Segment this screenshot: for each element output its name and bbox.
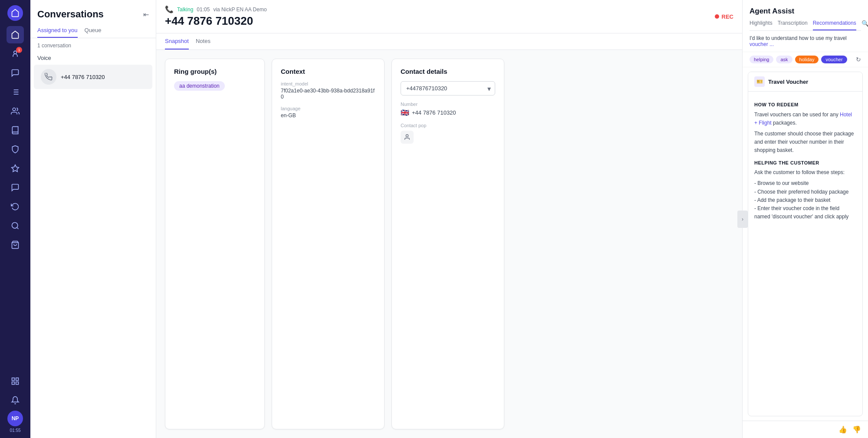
context-language-value: en-GB xyxy=(281,112,375,119)
conversation-avatar xyxy=(41,69,56,85)
travel-voucher-icon: 🎫 xyxy=(754,76,765,87)
sidebar-item-chat[interactable] xyxy=(7,64,24,82)
helping-text: Ask the customer to follow these steps: xyxy=(754,168,856,177)
sidebar-item-alert[interactable] xyxy=(7,217,24,234)
contact-details-title: Contact details xyxy=(401,68,495,75)
talking-label: Talking xyxy=(177,7,193,13)
context-intent-value: 7f02a1e0-ae30-43bb-938a-bdd2318a91f0 xyxy=(281,88,375,100)
conversations-panel: Conversations ⇤ Assigned to you Queue 1 … xyxy=(30,0,156,438)
ring-group-title: Ring group(s) xyxy=(174,68,256,75)
agent-assist-panel: › Agent Assist Highlights Transcription … xyxy=(742,0,868,438)
sidebar-item-grid[interactable] xyxy=(7,372,24,390)
agent-badge: 1 xyxy=(16,47,22,53)
aa-query: I'd like to understand how to use my tra… xyxy=(743,31,868,52)
refresh-icon[interactable]: ↻ xyxy=(856,56,861,63)
svg-point-9 xyxy=(12,223,18,228)
conversation-item[interactable]: +44 7876 710320 xyxy=(34,65,152,89)
aa-card-title: Travel Voucher xyxy=(768,79,808,85)
context-card: Context intent_model 7f02a1e0-ae30-43bb-… xyxy=(272,59,385,429)
how-to-redeem-text3: The customer should choose their package… xyxy=(754,130,856,155)
contact-number-label: Number xyxy=(401,102,495,107)
sidebar-item-speech[interactable] xyxy=(7,179,24,196)
tab-assigned[interactable]: Assigned to you xyxy=(37,23,78,38)
chip-helping[interactable]: helping xyxy=(750,56,773,63)
chip-voucher[interactable]: voucher xyxy=(821,56,847,63)
helping-heading: HELPING THE CUSTOMER xyxy=(754,159,856,167)
context-language-label: language xyxy=(281,106,375,111)
step-4: - Enter their voucher code in the field … xyxy=(754,204,856,221)
call-phone-number: +44 7876 710320 xyxy=(165,14,267,28)
svg-marker-8 xyxy=(12,165,19,172)
svg-line-10 xyxy=(17,227,19,229)
step-3: - Add the package to their basket xyxy=(754,196,856,204)
sidebar-item-agent[interactable]: 1 xyxy=(7,45,24,63)
sidebar-item-contacts[interactable] xyxy=(7,102,24,120)
aa-footer: 👍 👎 xyxy=(743,421,868,438)
aa-header: Agent Assist Highlights Transcription Re… xyxy=(743,0,868,31)
rec-label: REC xyxy=(722,13,733,20)
rec-dot xyxy=(715,14,719,19)
contact-pop-label: Contact pop xyxy=(401,123,495,128)
chip-ask[interactable]: ask xyxy=(776,56,792,63)
context-language-field: language en-GB xyxy=(281,106,375,119)
sidebar: 1 xyxy=(0,0,30,438)
sidebar-logo xyxy=(7,5,23,21)
sidebar-item-refresh[interactable] xyxy=(7,198,24,215)
main-content: 📞 Talking 01:05 via NickP EN AA Demo +44… xyxy=(156,0,742,438)
sidebar-item-star[interactable] xyxy=(7,160,24,177)
sidebar-item-book[interactable] xyxy=(7,122,24,139)
collapse-button[interactable]: ⇤ xyxy=(143,10,149,19)
svg-point-16 xyxy=(406,135,408,137)
ring-group-card: Ring group(s) aa demonstration xyxy=(165,59,265,429)
step-1: - Browse to our website xyxy=(754,179,856,188)
context-intent-label: intent_model xyxy=(281,81,375,86)
via-label: via NickP EN AA Demo xyxy=(213,7,266,13)
tab-queue[interactable]: Queue xyxy=(85,23,102,38)
tab-highlights[interactable]: Highlights xyxy=(750,20,773,30)
sidebar-item-list[interactable] xyxy=(7,83,24,101)
context-title: Context xyxy=(281,68,375,75)
contact-number-row: 🇬🇧 +44 7876 710320 xyxy=(401,109,495,117)
svg-rect-12 xyxy=(12,378,15,381)
thumbs-down-button[interactable]: 👎 xyxy=(852,425,861,434)
user-avatar[interactable]: NP xyxy=(7,411,23,426)
aa-card-body: HOW TO REDEEM Travel vouchers can be use… xyxy=(748,92,862,226)
rec-badge: REC xyxy=(715,13,733,20)
svg-rect-15 xyxy=(12,382,15,385)
tab-snapshot[interactable]: Snapshot xyxy=(165,33,189,49)
sidebar-item-bell[interactable] xyxy=(7,392,24,409)
page-title: Conversations xyxy=(37,9,104,20)
aa-tab-group: Highlights Transcription Recommendations xyxy=(750,20,856,30)
tab-recommendations[interactable]: Recommendations xyxy=(813,20,856,30)
sidebar-item-home[interactable] xyxy=(7,26,24,43)
contact-select[interactable]: +447876710320 xyxy=(401,81,495,96)
call-status-row: 📞 Talking 01:05 via NickP EN AA Demo xyxy=(165,5,267,13)
contact-number-value: +44 7876 710320 xyxy=(412,109,456,116)
contact-details-card: Contact details +447876710320 Number 🇬🇧 … xyxy=(391,59,504,429)
aa-recommendation-card: 🎫 Travel Voucher HOW TO REDEEM Travel vo… xyxy=(748,72,863,416)
tab-transcription[interactable]: Transcription xyxy=(778,20,808,30)
context-intent-field: intent_model 7f02a1e0-ae30-43bb-938a-bdd… xyxy=(281,81,375,100)
sidebar-item-bag[interactable] xyxy=(7,236,24,254)
flag-emoji: 🇬🇧 xyxy=(401,109,409,117)
user-time: 01:55 xyxy=(10,428,20,433)
svg-rect-13 xyxy=(16,378,19,381)
contact-select-wrapper: +447876710320 xyxy=(401,81,495,96)
aa-query-link[interactable]: voucher ... xyxy=(750,41,774,47)
aa-tabs: Highlights Transcription Recommendations… xyxy=(750,20,861,31)
contact-pop-icon[interactable] xyxy=(401,131,414,144)
cards-area: Ring group(s) aa demonstration Context i… xyxy=(156,50,742,438)
tab-notes[interactable]: Notes xyxy=(196,33,210,49)
panel-header: Conversations ⇤ xyxy=(30,0,156,23)
thumbs-up-button[interactable]: 👍 xyxy=(838,425,847,434)
search-icon[interactable]: 🔍 xyxy=(861,20,868,30)
how-to-redeem-heading: HOW TO REDEEM xyxy=(754,101,856,109)
conversation-tabs: Assigned to you Queue xyxy=(30,23,156,38)
chip-holiday[interactable]: holiday xyxy=(795,56,819,63)
ring-group-tag: aa demonstration xyxy=(174,81,225,91)
sidebar-item-shield[interactable] xyxy=(7,141,24,158)
svg-rect-14 xyxy=(16,382,19,385)
expand-handle[interactable]: › xyxy=(737,211,748,228)
call-timer: 01:05 xyxy=(197,7,210,13)
aa-query-text: I'd like to understand how to use my tra… xyxy=(750,35,847,41)
